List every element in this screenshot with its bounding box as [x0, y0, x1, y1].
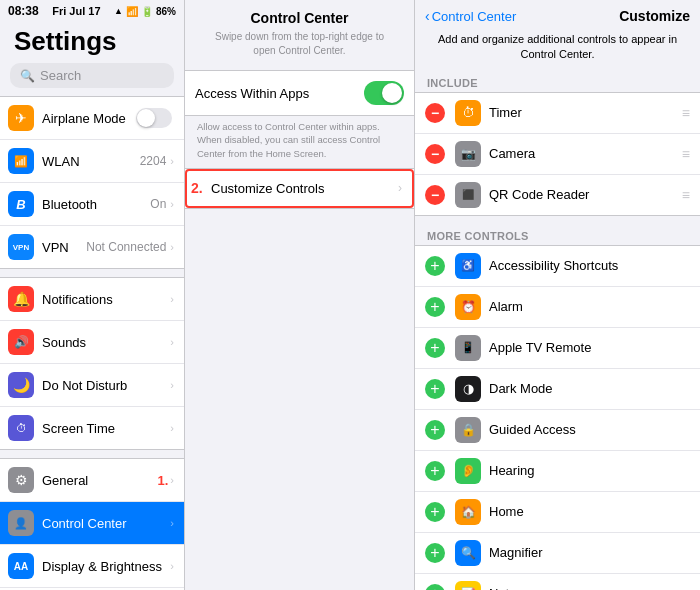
- wlan-icon: 📶: [8, 148, 34, 174]
- hearing-add-btn[interactable]: +: [425, 461, 445, 481]
- customize-desc: Add and organize additional controls to …: [415, 28, 700, 71]
- magnifier-icon: 🔍: [455, 540, 481, 566]
- settings-item-donotdisturb[interactable]: 🌙 Do Not Disturb ›: [0, 364, 184, 407]
- control-center-panel: Control Center Swipe down from the top-r…: [185, 0, 415, 590]
- hearing-label: Hearing: [489, 463, 690, 478]
- timer-remove-btn[interactable]: −: [425, 103, 445, 123]
- more-divider: [415, 216, 700, 224]
- notes-icon: 📝: [455, 581, 481, 590]
- search-placeholder: Search: [40, 68, 81, 83]
- ctrl-item-timer[interactable]: − ⏱ Timer ≡: [415, 93, 700, 134]
- settings-item-bluetooth[interactable]: B Bluetooth On ›: [0, 183, 184, 226]
- customize-scroll: INCLUDE − ⏱ Timer ≡ − 📷 Camera ≡ − ⬛ QR …: [415, 71, 700, 590]
- back-chevron-icon: ‹: [425, 8, 430, 24]
- ctrl-item-hearing[interactable]: + 👂 Hearing: [415, 451, 700, 492]
- battery-pct: 86%: [156, 6, 176, 17]
- more-header: MORE CONTROLS: [415, 224, 700, 245]
- general-icon: ⚙: [8, 467, 34, 493]
- vpn-chevron: ›: [170, 241, 174, 253]
- settings-item-controlcenter[interactable]: 👤 Control Center ›: [0, 502, 184, 545]
- notes-add-btn[interactable]: +: [425, 584, 445, 590]
- settings-group-connectivity: ✈ Airplane Mode 📶 WLAN 2204 › B Bluetoot…: [0, 96, 184, 269]
- sounds-label: Sounds: [42, 335, 170, 350]
- home-add-btn[interactable]: +: [425, 502, 445, 522]
- ctrl-item-accessibility[interactable]: + ♿ Accessibility Shortcuts: [415, 246, 700, 287]
- nav-back-label: Control Center: [432, 9, 517, 24]
- general-chevron: ›: [170, 474, 174, 486]
- step2-label: 2.: [191, 180, 203, 196]
- cc-customize-item[interactable]: Customize Controls ›: [185, 169, 414, 208]
- display-label: Display & Brightness: [42, 559, 170, 574]
- cc-customize-chevron: ›: [398, 181, 402, 195]
- settings-item-display[interactable]: AA Display & Brightness ›: [0, 545, 184, 588]
- include-list: − ⏱ Timer ≡ − 📷 Camera ≡ − ⬛ QR Code Rea…: [415, 92, 700, 216]
- display-chevron: ›: [170, 560, 174, 572]
- ctrl-item-appletv[interactable]: + 📱 Apple TV Remote: [415, 328, 700, 369]
- camera-icon: 📷: [455, 141, 481, 167]
- battery-icon: 🔋: [141, 6, 153, 17]
- qrcode-icon: ⬛: [455, 182, 481, 208]
- access-toggle-knob: [382, 83, 402, 103]
- camera-label: Camera: [489, 146, 682, 161]
- timer-label: Timer: [489, 105, 682, 120]
- airplane-toggle[interactable]: [136, 108, 172, 128]
- cc-allow-text: Allow access to Control Center within ap…: [185, 116, 414, 168]
- darkmode-icon: ◑: [455, 376, 481, 402]
- screentime-chevron: ›: [170, 422, 174, 434]
- bluetooth-label: Bluetooth: [42, 197, 150, 212]
- access-toggle[interactable]: [364, 81, 404, 105]
- timer-icon: ⏱: [455, 100, 481, 126]
- guided-label: Guided Access: [489, 422, 690, 437]
- sounds-icon: 🔊: [8, 329, 34, 355]
- notes-label: Notes: [489, 586, 690, 590]
- darkmode-add-btn[interactable]: +: [425, 379, 445, 399]
- cc-customize-group: 2. Customize Controls ›: [185, 168, 414, 209]
- settings-item-airplane[interactable]: ✈ Airplane Mode: [0, 97, 184, 140]
- customize-panel: ‹ Control Center Customize Add and organ…: [415, 0, 700, 590]
- screentime-label: Screen Time: [42, 421, 170, 436]
- ctrl-item-qrcode[interactable]: − ⬛ QR Code Reader ≡: [415, 175, 700, 215]
- wlan-value: 2204: [140, 154, 167, 168]
- airplane-label: Airplane Mode: [42, 111, 136, 126]
- ctrl-item-alarm[interactable]: + ⏰ Alarm: [415, 287, 700, 328]
- settings-item-general[interactable]: ⚙ General 1. ›: [0, 459, 184, 502]
- appletv-add-btn[interactable]: +: [425, 338, 445, 358]
- home-label: Home: [489, 504, 690, 519]
- controlcenter-chevron: ›: [170, 517, 174, 529]
- status-time: 08:38: [8, 4, 39, 18]
- ctrl-item-notes[interactable]: 3. + 📝 Notes: [415, 574, 700, 590]
- ctrl-item-home[interactable]: + 🏠 Home: [415, 492, 700, 533]
- display-icon: AA: [8, 553, 34, 579]
- settings-item-notifications[interactable]: 🔔 Notifications ›: [0, 278, 184, 321]
- qrcode-remove-btn[interactable]: −: [425, 185, 445, 205]
- ctrl-item-darkmode[interactable]: + ◑ Dark Mode: [415, 369, 700, 410]
- settings-item-sounds[interactable]: 🔊 Sounds ›: [0, 321, 184, 364]
- settings-item-vpn[interactable]: VPN VPN Not Connected ›: [0, 226, 184, 268]
- timer-handle-icon[interactable]: ≡: [682, 105, 690, 121]
- home-icon: 🏠: [455, 499, 481, 525]
- settings-item-wlan[interactable]: 📶 WLAN 2204 ›: [0, 140, 184, 183]
- cc-customize-label: Customize Controls: [211, 181, 398, 196]
- nav-back-button[interactable]: ‹ Control Center: [425, 8, 516, 24]
- notifications-icon: 🔔: [8, 286, 34, 312]
- settings-item-screentime[interactable]: ⏱ Screen Time ›: [0, 407, 184, 449]
- qrcode-handle-icon[interactable]: ≡: [682, 187, 690, 203]
- alarm-add-btn[interactable]: +: [425, 297, 445, 317]
- search-icon: 🔍: [20, 69, 35, 83]
- guided-add-btn[interactable]: +: [425, 420, 445, 440]
- camera-remove-btn[interactable]: −: [425, 144, 445, 164]
- ctrl-item-magnifier[interactable]: + 🔍 Magnifier: [415, 533, 700, 574]
- settings-group-notifications: 🔔 Notifications › 🔊 Sounds › 🌙 Do Not Di…: [0, 277, 184, 450]
- magnifier-add-btn[interactable]: +: [425, 543, 445, 563]
- accessibility-add-btn[interactable]: +: [425, 256, 445, 276]
- cc-access-item[interactable]: Access Within Apps: [185, 71, 414, 115]
- ctrl-item-camera[interactable]: − 📷 Camera ≡: [415, 134, 700, 175]
- search-bar[interactable]: 🔍 Search: [10, 63, 174, 88]
- include-header: INCLUDE: [415, 71, 700, 92]
- customize-nav: ‹ Control Center Customize: [415, 0, 700, 28]
- camera-handle-icon[interactable]: ≡: [682, 146, 690, 162]
- appletv-icon: 📱: [455, 335, 481, 361]
- status-icons: ▲ 📶 🔋 86%: [114, 6, 176, 17]
- divider-1: [0, 269, 184, 277]
- ctrl-item-guided[interactable]: + 🔒 Guided Access: [415, 410, 700, 451]
